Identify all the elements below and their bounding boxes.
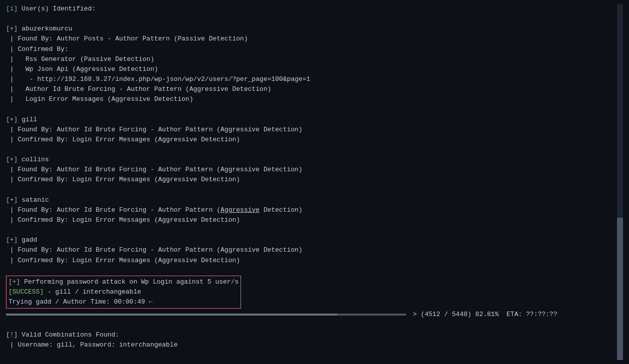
line-abuzer-7: | Login Error Messages (Aggressive Detec… — [6, 94, 616, 104]
line-satanic-1: | Found By: Author Id Brute Forcing - Au… — [6, 205, 616, 215]
line-abuzer-1: | Found By: Author Posts - Author Patter… — [6, 34, 616, 44]
line-abuzer-5: | - http://192.168.9.27/index.php/wp-jso… — [6, 74, 616, 84]
line-blank-7 — [6, 320, 616, 330]
line-abuzer-3: | Rss Generator (Passive Detection) — [6, 54, 616, 64]
line-user-satanic: [+] satanic — [6, 195, 616, 205]
line-blank-1 — [6, 14, 616, 24]
line-users-identified: [i] User(s) Identified: — [6, 4, 616, 14]
progress-text: > (4512 / 5448) 82.81% ETA: ??:??:?? — [409, 310, 557, 320]
line-abuzer-6: | Author Id Brute Forcing - Author Patte… — [6, 84, 616, 94]
line-attack-1: [+] Performing password attack on Wp Log… — [8, 277, 238, 287]
line-blank-4 — [6, 185, 616, 195]
line-collins-1: | Found By: Author Id Brute Forcing - Au… — [6, 165, 616, 175]
line-valid-header: [!] Valid Combinations Found: — [6, 330, 616, 340]
line-blank-5 — [6, 225, 616, 235]
line-blank-8 — [6, 350, 616, 360]
line-blank-2 — [6, 104, 616, 114]
line-user-abuzerkomurcu: [+] abuzerkomurcu — [6, 24, 616, 34]
line-abuzer-2: | Confirmed By: — [6, 44, 616, 54]
scrollbar[interactable] — [617, 4, 623, 360]
terminal-content: [i] User(s) Identified: [+] abuzerkomurc… — [6, 4, 623, 360]
progress-line: > (4512 / 5448) 82.81% ETA: ??:??:?? — [6, 310, 616, 320]
line-user-collins: [+] collins — [6, 155, 616, 165]
line-gill-2: | Confirmed By: Login Error Messages (Ag… — [6, 135, 616, 145]
line-abuzer-4: | Wp Json Api (Aggressive Detection) — [6, 64, 616, 74]
line-success: [SUCCESS] - gill / interchangeable — [8, 287, 238, 297]
attack-highlight-box: [+] Performing password attack on Wp Log… — [6, 276, 241, 309]
terminal-window: [i] User(s) Identified: [+] abuzerkomurc… — [0, 0, 629, 364]
line-blank-6 — [6, 266, 616, 276]
line-trying: Trying gadd / Author Time: 00:00:49 ← — [8, 297, 238, 307]
line-valid-creds: | Username: gill, Password: interchangea… — [6, 340, 616, 350]
line-blank-3 — [6, 145, 616, 155]
line-user-gadd: [+] gadd — [6, 235, 616, 245]
line-gill-1: | Found By: Author Id Brute Forcing - Au… — [6, 125, 616, 135]
line-gadd-1: | Found By: Author Id Brute Forcing - Au… — [6, 245, 616, 255]
line-collins-2: | Confirmed By: Login Error Messages (Ag… — [6, 175, 616, 185]
scrollbar-thumb[interactable] — [617, 218, 623, 360]
line-user-gill: [+] gill — [6, 115, 616, 125]
line-satanic-2: | Confirmed By: Login Error Messages (Ag… — [6, 215, 616, 225]
line-gadd-2: | Confirmed By: Login Error Messages (Ag… — [6, 256, 616, 266]
